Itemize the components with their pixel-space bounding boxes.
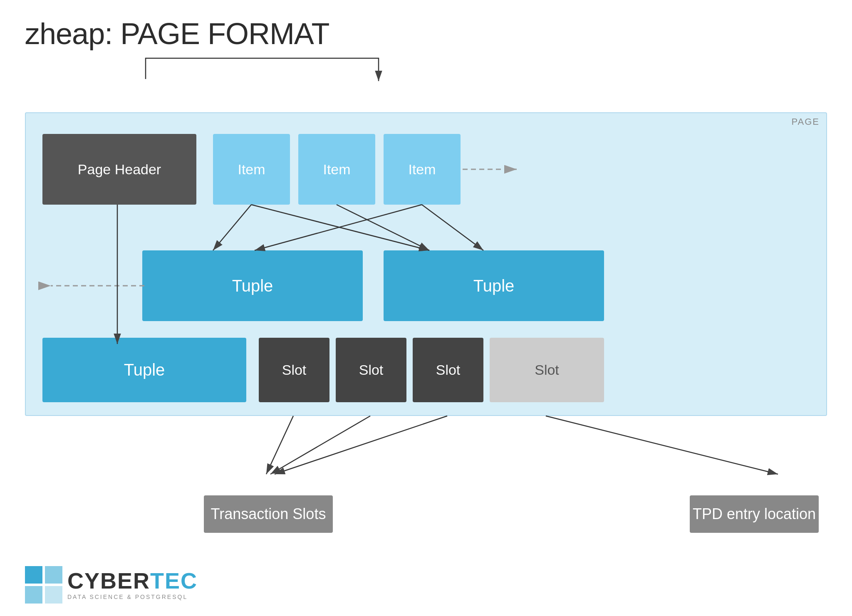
logo-sub: DATA SCIENCE & POSTGRESQL (67, 594, 198, 600)
slot-label-2: Slot (359, 362, 384, 378)
transaction-slots-label: Transaction Slots (211, 505, 326, 523)
tuple-mid-right: Tuple (384, 250, 604, 321)
slot-box-1: Slot (259, 338, 329, 402)
svg-rect-16 (25, 566, 42, 584)
item-box-1: Item (213, 134, 290, 205)
page-label: PAGE (791, 116, 820, 127)
slot-label-4: Slot (535, 362, 559, 378)
diagram-area: PAGE Page Header Item Item Item Tuple Tu… (25, 79, 827, 541)
cybertec-logo-icon (25, 566, 62, 604)
svg-line-8 (251, 205, 429, 250)
slot-label-3: Slot (436, 362, 461, 378)
logo-text-area: CYBERTEC DATA SCIENCE & POSTGRESQL (67, 569, 198, 600)
svg-line-9 (255, 205, 422, 250)
svg-rect-17 (45, 566, 62, 584)
svg-line-7 (337, 205, 429, 250)
svg-rect-19 (45, 586, 62, 604)
transaction-slots-box: Transaction Slots (204, 495, 333, 533)
tuple-mid-left: Tuple (142, 250, 363, 321)
tuple-bottom: Tuple (42, 338, 246, 402)
tpd-entry-box: TPD entry location (690, 495, 819, 533)
svg-line-10 (422, 205, 483, 250)
logo-main: CYBERTEC (67, 569, 198, 592)
svg-line-6 (213, 205, 251, 250)
tuple-mid-left-label: Tuple (232, 277, 273, 295)
svg-rect-18 (25, 586, 42, 604)
svg-line-13 (270, 416, 370, 474)
item-label-3: Item (408, 161, 436, 178)
logo-area: CYBERTEC DATA SCIENCE & POSTGRESQL (25, 566, 198, 604)
page-header-box: Page Header (42, 134, 196, 205)
tpd-entry-label: TPD entry location (693, 505, 816, 523)
slot-box-light: Slot (490, 338, 604, 402)
item-label-2: Item (323, 161, 350, 178)
svg-line-14 (275, 416, 447, 474)
tuple-mid-right-label: Tuple (473, 277, 515, 295)
svg-line-15 (546, 416, 778, 474)
svg-line-12 (266, 416, 293, 474)
slot-box-3: Slot (413, 338, 483, 402)
logo-cyber: CYBER (67, 568, 150, 593)
slot-box-2: Slot (336, 338, 406, 402)
item-box-2: Item (298, 134, 375, 205)
item-label-1: Item (238, 161, 265, 178)
page-box: PAGE Page Header Item Item Item Tuple Tu… (25, 112, 827, 416)
item-box-3: Item (384, 134, 461, 205)
page-header-label: Page Header (78, 161, 161, 178)
slot-label-1: Slot (282, 362, 307, 378)
logo-tec: TEC (150, 568, 198, 593)
page-title: zheap: PAGE FORMAT (25, 17, 329, 51)
tuple-bottom-label: Tuple (124, 361, 165, 379)
